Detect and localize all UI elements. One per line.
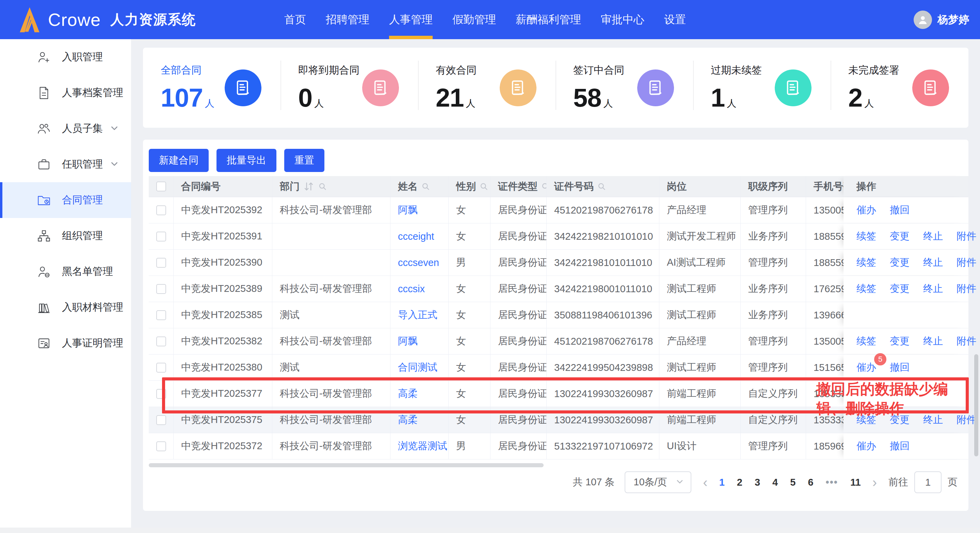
renew-link[interactable]: 续签: [856, 334, 876, 348]
change-link[interactable]: 变更: [890, 334, 910, 348]
stat-card-6[interactable]: 未完成签署2人: [830, 48, 968, 128]
attachment-link[interactable]: 附件: [956, 256, 976, 270]
employee-name-link[interactable]: 浏览器测试: [398, 439, 447, 453]
column-search-icon[interactable]: [421, 182, 430, 191]
sort-icon[interactable]: [303, 182, 315, 191]
terminate-link[interactable]: 终止: [923, 282, 943, 295]
sidebar-item-2[interactable]: 人事档案管理: [0, 75, 131, 111]
sidebar-item-8[interactable]: 入职材料管理: [0, 289, 131, 325]
vertical-scrollbar-thumb[interactable]: [974, 354, 978, 456]
row-actions-cell: [843, 302, 969, 328]
urge-link[interactable]: 催办: [856, 439, 876, 453]
stat-card-4[interactable]: 签订中合同58人: [555, 48, 693, 128]
nav-item-7[interactable]: 设置: [664, 0, 686, 39]
page-number-11[interactable]: 11: [850, 477, 861, 488]
employee-name-link[interactable]: 阿飘: [398, 203, 418, 217]
attachment-link[interactable]: 附件: [956, 282, 976, 295]
change-link[interactable]: 变更: [890, 230, 910, 243]
row-checkbox[interactable]: [156, 231, 166, 241]
cell-value: 中竞发HT2025377: [181, 387, 262, 401]
withdraw-link[interactable]: 撤回: [890, 361, 910, 374]
column-search-icon[interactable]: [541, 182, 547, 191]
employee-name-link[interactable]: ccceight: [398, 231, 434, 242]
renew-link[interactable]: 续签: [856, 282, 876, 295]
row-checkbox[interactable]: [156, 284, 166, 294]
row-checkbox[interactable]: [156, 441, 166, 451]
terminate-link[interactable]: 终止: [923, 230, 943, 243]
jump-unit: 页: [948, 476, 958, 489]
nav-item-3[interactable]: 人事管理: [389, 0, 433, 39]
next-page-button[interactable]: ›: [871, 476, 878, 489]
jump-page-input[interactable]: [914, 471, 942, 493]
cell-value: 业务序列: [748, 282, 788, 295]
attachment-link[interactable]: 附件: [956, 230, 976, 243]
employee-name-link[interactable]: 导入正式: [398, 308, 438, 322]
sidebar-item-9[interactable]: 人事证明管理: [0, 325, 131, 361]
column-search-icon[interactable]: [597, 182, 606, 191]
nav-item-4[interactable]: 假勤管理: [452, 0, 496, 39]
reset-button[interactable]: 重置: [284, 149, 325, 172]
batch-export-button[interactable]: 批量导出: [216, 149, 277, 172]
row-checkbox[interactable]: [156, 258, 166, 268]
employee-name-link[interactable]: 阿飘: [398, 334, 418, 348]
page-number-3[interactable]: 3: [755, 477, 760, 488]
horizontal-scrollbar-thumb[interactable]: [149, 463, 544, 467]
change-link[interactable]: 变更: [890, 282, 910, 295]
attachment-link[interactable]: 附件: [956, 334, 976, 348]
sidebar-item-1[interactable]: 入职管理: [0, 39, 131, 75]
cell-value: 中竞发HT2025389: [181, 282, 262, 295]
sidebar-item-7[interactable]: 黑名单管理: [0, 254, 131, 289]
name-cell: 阿飘: [390, 328, 449, 354]
page-size-select[interactable]: 10条/页: [625, 471, 691, 493]
terminate-link[interactable]: 终止: [923, 334, 943, 348]
urge-link[interactable]: 催办5: [856, 361, 876, 374]
withdraw-link[interactable]: 撤回: [890, 203, 910, 217]
nav-item-1[interactable]: 首页: [284, 0, 306, 39]
nav-item-2[interactable]: 招聘管理: [326, 0, 369, 39]
horizontal-scrollbar[interactable]: [149, 463, 969, 468]
withdraw-link[interactable]: 撤回: [890, 439, 910, 453]
page-number-4[interactable]: 4: [772, 477, 778, 488]
sidebar-item-6[interactable]: 组织管理: [0, 218, 131, 254]
page-number-2[interactable]: 2: [737, 477, 742, 488]
terminate-link[interactable]: 终止: [923, 256, 943, 270]
row-checkbox[interactable]: [156, 337, 166, 346]
row-checkbox[interactable]: [156, 205, 166, 215]
nav-item-6[interactable]: 审批中心: [601, 0, 644, 39]
prev-page-button[interactable]: ‹: [702, 476, 709, 489]
row-checkbox[interactable]: [156, 310, 166, 320]
renew-link[interactable]: 续签: [856, 230, 876, 243]
row-checkbox[interactable]: [156, 389, 166, 399]
employee-name-link[interactable]: 高柔: [398, 387, 418, 401]
column-search-icon[interactable]: [479, 182, 488, 191]
cell-value: 管理序列: [748, 361, 788, 374]
urge-link[interactable]: 催办: [856, 203, 876, 217]
employee-name-link[interactable]: 合同测试: [398, 361, 438, 374]
more-pages-icon[interactable]: •••: [826, 477, 838, 488]
select-all-checkbox[interactable]: [156, 182, 166, 191]
employee-name-link[interactable]: cccsix: [398, 283, 425, 295]
user-menu[interactable]: 杨梦婷: [914, 0, 969, 39]
new-contract-button[interactable]: 新建合同: [149, 149, 208, 172]
page-number-5[interactable]: 5: [790, 477, 795, 488]
renew-link[interactable]: 续签: [856, 256, 876, 270]
stat-card-1[interactable]: 全部合同107人: [143, 48, 280, 128]
sidebar-item-3[interactable]: 人员子集: [0, 111, 131, 147]
stat-card-2[interactable]: 即将到期合同0人: [280, 48, 418, 128]
column-search-icon[interactable]: [318, 182, 327, 191]
employee-name-link[interactable]: 高柔: [398, 413, 418, 427]
employee-name-link[interactable]: cccseven: [398, 257, 439, 268]
page-number-6[interactable]: 6: [808, 477, 813, 488]
page-number-1[interactable]: 1: [719, 477, 725, 488]
cell-value: 女: [456, 361, 466, 374]
sidebar-item-5[interactable]: 合同管理: [0, 182, 131, 218]
row-checkbox[interactable]: [156, 415, 166, 425]
cell-value: 342422198001011010: [554, 283, 652, 295]
stat-card-3[interactable]: 有效合同21人: [418, 48, 555, 128]
sidebar-item-4[interactable]: 任职管理: [0, 147, 131, 182]
change-link[interactable]: 变更: [890, 256, 910, 270]
stat-card-5[interactable]: 过期未续签1人: [693, 48, 830, 128]
nav-item-5[interactable]: 薪酬福利管理: [516, 0, 581, 39]
attachment-link[interactable]: 附件: [956, 413, 976, 427]
row-checkbox[interactable]: [156, 363, 166, 373]
